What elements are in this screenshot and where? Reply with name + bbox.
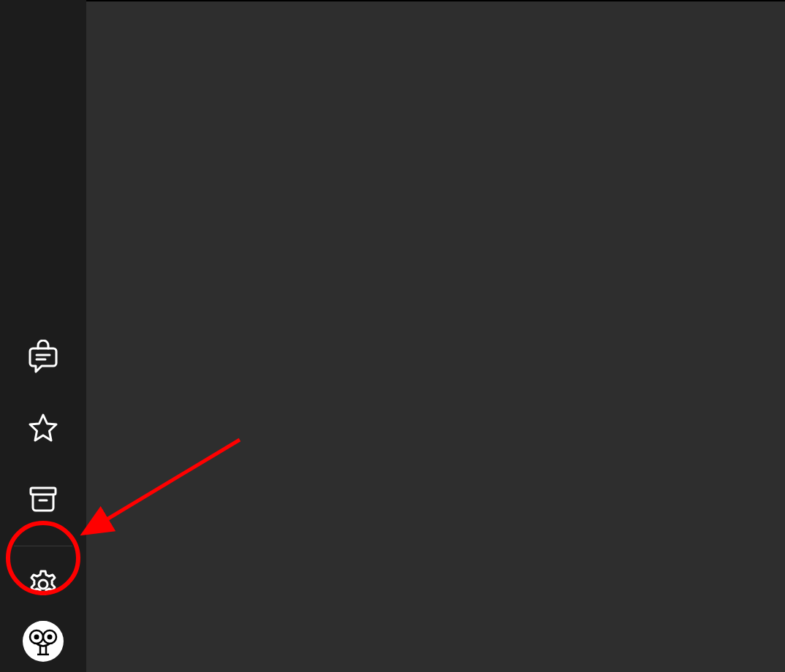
- chat-icon: [28, 340, 58, 373]
- main-content: [86, 1, 785, 672]
- svg-point-10: [48, 635, 53, 640]
- avatar-icon: [24, 621, 62, 662]
- sidebar-item-chat[interactable]: [25, 338, 61, 375]
- app-root: [0, 0, 785, 672]
- svg-rect-3: [31, 488, 56, 495]
- sidebar-item-settings[interactable]: [21, 564, 65, 608]
- svg-point-5: [39, 580, 48, 589]
- svg-point-9: [34, 635, 39, 640]
- archive-icon: [28, 484, 58, 515]
- sidebar-lower: [0, 321, 86, 672]
- sidebar-item-archive[interactable]: [25, 481, 61, 518]
- gear-icon: [27, 568, 59, 603]
- star-icon: [28, 413, 58, 443]
- sidebar-divider: [14, 546, 72, 546]
- sidebar: [0, 0, 86, 672]
- sidebar-item-favorites[interactable]: [25, 410, 61, 446]
- sidebar-item-profile[interactable]: [23, 621, 64, 662]
- svg-marker-2: [30, 415, 56, 440]
